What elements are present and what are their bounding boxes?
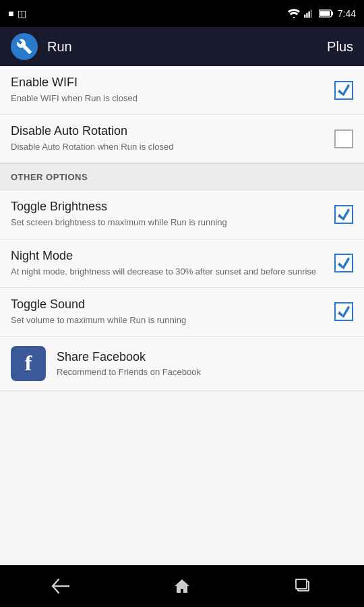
wrench-icon <box>16 38 32 55</box>
toggle-sound-title: Toggle Sound <box>11 297 326 312</box>
svg-rect-2 <box>308 11 309 18</box>
store-icon: ◫ <box>18 8 26 19</box>
toggle-sound-text: Toggle Sound Set volume to maximum while… <box>11 297 334 326</box>
content-area: Enable WIFI Enable WIFI when Run is clos… <box>0 66 364 565</box>
svg-rect-0 <box>304 15 305 18</box>
toggle-sound-item[interactable]: Toggle Sound Set volume to maximum while… <box>0 288 364 337</box>
svg-rect-3 <box>310 9 311 18</box>
toggle-brightness-item[interactable]: Toggle Brightness Set screen brightness … <box>0 190 364 239</box>
night-mode-item[interactable]: Night Mode At night mode, brightness wil… <box>0 239 364 288</box>
disable-rotation-title: Disable Auto Rotation <box>11 124 326 138</box>
wifi-icon <box>288 9 300 18</box>
time-display: 7:44 <box>338 8 356 19</box>
enable-wifi-title: Enable WIFI <box>11 76 326 90</box>
svg-rect-1 <box>306 13 307 18</box>
enable-wifi-text: Enable WIFI Enable WIFI when Run is clos… <box>11 76 334 105</box>
disable-rotation-checkbox[interactable] <box>334 129 353 148</box>
app-logo <box>11 33 38 60</box>
toggle-brightness-title: Toggle Brightness <box>11 200 326 214</box>
disable-rotation-desc: Disable Auto Rotation when Run is closed <box>11 141 326 153</box>
night-mode-title: Night Mode <box>11 249 326 263</box>
svg-rect-5 <box>331 11 333 15</box>
svg-rect-8 <box>296 579 307 589</box>
app-subtitle: Plus <box>327 39 353 55</box>
recents-button[interactable] <box>283 573 324 600</box>
night-mode-text: Night Mode At night mode, brightness wil… <box>11 249 334 278</box>
facebook-text: Share Facebook Recommend to Friends on F… <box>57 350 201 377</box>
other-options-label: OTHER OPTIONS <box>11 172 88 182</box>
enable-wifi-checkbox[interactable] <box>334 81 353 100</box>
enable-wifi-desc: Enable WIFI when Run is closed <box>11 92 326 105</box>
toggle-brightness-text: Toggle Brightness Set screen brightness … <box>11 200 334 229</box>
toggle-sound-checkbox[interactable] <box>334 302 353 321</box>
toggle-brightness-desc: Set screen brightness to maximum while R… <box>11 216 326 229</box>
bbm-icon: ■ <box>8 8 13 19</box>
svg-rect-6 <box>320 11 330 16</box>
toggle-sound-desc: Set volume to maximum while Run is runni… <box>11 314 326 326</box>
other-options-section: OTHER OPTIONS <box>0 163 364 190</box>
share-facebook-item[interactable]: f Share Facebook Recommend to Friends on… <box>0 337 364 391</box>
app-title: Run <box>47 39 317 55</box>
night-mode-checkbox[interactable] <box>334 254 353 272</box>
back-button[interactable] <box>40 573 81 600</box>
status-bar: ■ ◫ 7:44 <box>0 0 364 27</box>
status-bar-right: 7:44 <box>288 8 356 19</box>
facebook-icon: f <box>11 346 46 381</box>
recents-icon <box>295 579 311 594</box>
nav-bar <box>0 565 364 607</box>
facebook-desc: Recommend to Friends on Facebook <box>57 367 201 377</box>
status-bar-left: ■ ◫ <box>8 8 26 19</box>
facebook-title: Share Facebook <box>57 350 201 364</box>
disable-rotation-item[interactable]: Disable Auto Rotation Disable Auto Rotat… <box>0 115 364 163</box>
night-mode-desc: At night mode, brightness will decrease … <box>11 266 326 278</box>
disable-rotation-text: Disable Auto Rotation Disable Auto Rotat… <box>11 124 334 153</box>
battery-icon <box>319 9 334 18</box>
signal-icon <box>304 9 315 18</box>
app-bar: Run Plus <box>0 27 364 66</box>
toggle-brightness-checkbox[interactable] <box>334 205 353 224</box>
enable-wifi-item[interactable]: Enable WIFI Enable WIFI when Run is clos… <box>0 66 364 115</box>
back-icon <box>51 579 70 594</box>
home-icon <box>173 578 191 594</box>
home-button[interactable] <box>162 573 202 600</box>
